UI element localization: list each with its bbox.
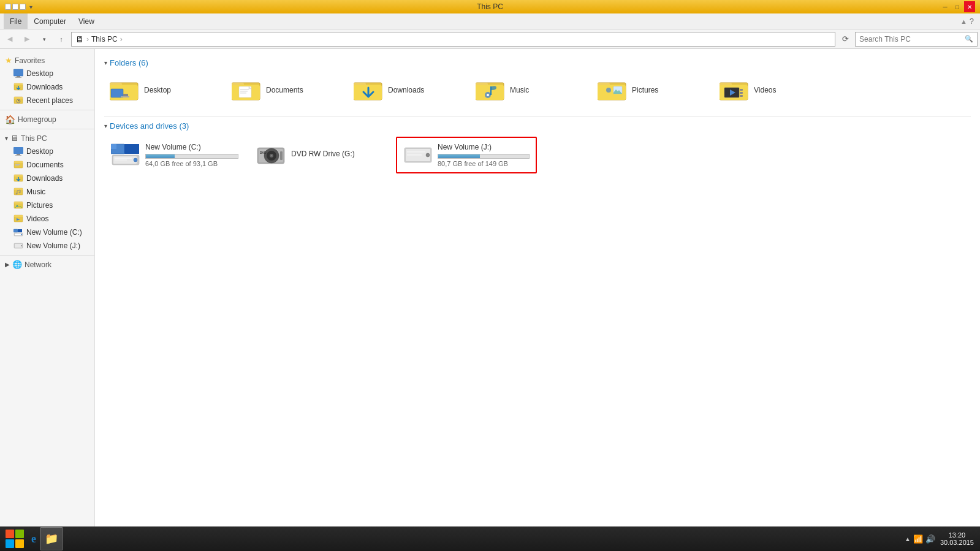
- sidebar-thispc-header[interactable]: ▾ 🖥 This PC: [0, 132, 94, 145]
- sidebar-item-downloads[interactable]: Downloads: [0, 80, 94, 94]
- title-small-icon2: [12, 4, 18, 10]
- start-button[interactable]: [2, 527, 27, 550]
- folder-music-label: Music: [510, 86, 529, 94]
- thispc-new-volume-c-label: New Volume (C:): [26, 228, 82, 237]
- svg-rect-67: [740, 95, 743, 97]
- folder-downloads-label: Downloads: [388, 86, 424, 94]
- downloads-folder-icon: [354, 78, 383, 102]
- svg-rect-73: [115, 158, 132, 159]
- sidebar-item-desktop[interactable]: Desktop: [0, 67, 94, 80]
- svg-rect-14: [15, 165, 19, 166]
- path-this-pc[interactable]: This PC: [91, 35, 118, 44]
- device-j-name: New Volume (J:): [438, 143, 530, 151]
- svg-rect-43: [240, 89, 249, 90]
- svg-point-32: [21, 245, 22, 246]
- device-new-volume-c[interactable]: New Volume (C:) 64,0 GB free of 93,1 GB: [104, 137, 245, 173]
- svg-rect-65: [740, 89, 743, 91]
- sidebar-network-header[interactable]: ▶ 🌐 Network: [0, 258, 94, 271]
- forward-button[interactable]: ▶: [20, 32, 34, 47]
- sidebar-thispc-new-volume-c[interactable]: New Volume (C:): [0, 226, 94, 239]
- taskbar-ie-btn[interactable]: e: [27, 527, 40, 550]
- folder-videos[interactable]: Videos: [714, 74, 834, 107]
- menu-computer[interactable]: Computer: [28, 13, 72, 29]
- volume-tray-icon: 🔊: [925, 534, 935, 544]
- svg-rect-13: [15, 164, 20, 165]
- sidebar-thispc-desktop[interactable]: Desktop: [0, 145, 94, 158]
- menu-file[interactable]: File: [4, 13, 28, 29]
- desktop-folder-icon: [110, 78, 139, 102]
- sidebar-item-recent[interactable]: Recent places: [0, 94, 94, 107]
- svg-rect-86: [407, 151, 425, 153]
- dvd-g-icon: DVD: [257, 143, 286, 167]
- address-bar: ◀ ▶ ▾ ↑ 🖥 › This PC › ⟳ 🔍: [0, 29, 980, 49]
- device-c-progress-bg: [145, 154, 238, 159]
- sidebar-favorites-header[interactable]: ★ Favorites: [0, 54, 94, 67]
- svg-point-81: [271, 155, 272, 156]
- devices-section: ▾ Devices and drives (3): [104, 121, 971, 173]
- device-j-info: New Volume (J:) 80,7 GB free of 149 GB: [438, 143, 530, 167]
- folder-desktop-label: Desktop: [144, 86, 171, 94]
- svg-rect-10: [15, 155, 21, 156]
- folder-desktop[interactable]: Desktop: [104, 74, 224, 107]
- search-input[interactable]: [859, 35, 965, 44]
- maximize-button[interactable]: □: [952, 1, 963, 12]
- thispc-collapse-arrow: ▾: [5, 135, 8, 142]
- dropdown-button[interactable]: ▾: [37, 32, 51, 47]
- sidebar-thispc-music[interactable]: Music: [0, 185, 94, 199]
- favorites-star-icon: ★: [5, 56, 12, 65]
- svg-rect-12: [14, 161, 23, 163]
- explorer-icon: 📁: [45, 532, 58, 545]
- folder-documents[interactable]: Documents: [226, 74, 346, 107]
- content-area: ▾ Folders (6) Desktop: [95, 49, 980, 535]
- device-c-space: 64,0 GB free of 93,1 GB: [145, 160, 238, 167]
- tray-up-icon[interactable]: ▲: [905, 536, 911, 542]
- folder-pictures[interactable]: Pictures: [592, 74, 712, 107]
- folders-grid: Desktop Documents: [104, 74, 971, 107]
- devices-collapse-icon[interactable]: ▾: [104, 123, 107, 129]
- thispc-videos-icon: [13, 214, 23, 224]
- device-c-progress-fill: [146, 154, 175, 158]
- device-dvd-g[interactable]: DVD DVD RW Drive (G:): [250, 137, 391, 173]
- back-button[interactable]: ◀: [2, 32, 17, 47]
- svg-rect-37: [123, 94, 128, 96]
- address-path[interactable]: 🖥 › This PC ›: [71, 32, 835, 47]
- taskbar-explorer-btn[interactable]: 📁: [40, 527, 63, 550]
- minimize-button[interactable]: ─: [940, 1, 951, 12]
- system-tray: ▲ 📶 🔊: [905, 534, 935, 544]
- sidebar-thispc-new-volume-j[interactable]: New Volume (J:): [0, 239, 94, 253]
- thispc-desktop-label: Desktop: [26, 147, 53, 156]
- network-collapse-arrow: ▶: [5, 261, 10, 268]
- svg-rect-23: [14, 215, 23, 217]
- up-button[interactable]: ↑: [54, 32, 69, 47]
- search-box[interactable]: 🔍: [855, 32, 978, 47]
- folder-downloads[interactable]: Downloads: [348, 74, 468, 107]
- sidebar-thispc-documents[interactable]: Documents: [0, 158, 94, 172]
- title-small-icon3: [20, 4, 26, 10]
- folder-music[interactable]: Music: [470, 74, 590, 107]
- thispc-icon: 🖥: [10, 134, 18, 143]
- expand-ribbon-icon[interactable]: ▲: [960, 18, 967, 25]
- svg-rect-18: [14, 188, 23, 190]
- sidebar-thispc-videos[interactable]: Videos: [0, 212, 94, 226]
- menu-view[interactable]: View: [72, 13, 101, 29]
- help-icon[interactable]: ?: [970, 17, 974, 26]
- sidebar-network-section: ▶ 🌐 Network: [0, 258, 94, 271]
- taskbar-clock[interactable]: 13:20 30.03.2015: [940, 531, 974, 546]
- network-tray-icon: 📶: [913, 534, 923, 544]
- close-button[interactable]: ✕: [964, 1, 975, 12]
- folders-section-header: ▾ Folders (6): [104, 58, 971, 67]
- thispc-pictures-icon: [13, 200, 23, 210]
- sidebar-thispc-pictures[interactable]: Pictures: [0, 199, 94, 212]
- sidebar-network-label: Network: [25, 260, 51, 269]
- hdd-j-icon: [403, 143, 433, 167]
- refresh-button[interactable]: ⟳: [838, 32, 853, 47]
- sidebar-homegroup-header[interactable]: 🏠 Homegroup: [0, 113, 94, 126]
- folders-section: ▾ Folders (6) Desktop: [104, 58, 971, 107]
- taskbar-right: ▲ 📶 🔊 13:20 30.03.2015: [905, 531, 978, 546]
- sidebar-thispc-downloads[interactable]: Downloads: [0, 172, 94, 185]
- svg-rect-44: [240, 91, 248, 92]
- windows-logo: [6, 530, 24, 548]
- device-new-volume-j[interactable]: New Volume (J:) 80,7 GB free of 149 GB: [396, 137, 537, 173]
- folders-collapse-icon[interactable]: ▾: [104, 59, 107, 66]
- title-quick-access: ▾: [27, 4, 32, 10]
